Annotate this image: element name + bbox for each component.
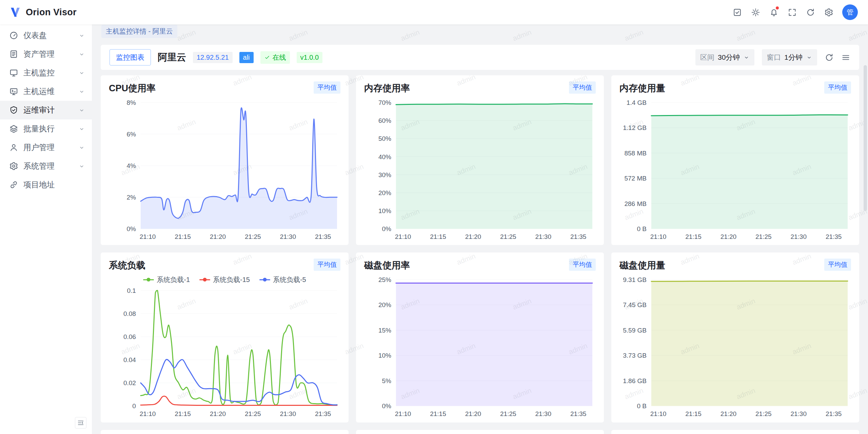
- svg-text:20%: 20%: [378, 302, 391, 309]
- sidebar-item-label: 批量执行: [23, 124, 73, 134]
- host-status-tag: 在线: [260, 51, 290, 64]
- interval-value: 30分钟: [718, 53, 740, 62]
- sidebar-item-8[interactable]: 系统管理: [0, 157, 92, 175]
- gear-icon: [824, 8, 833, 17]
- gauge-icon: [9, 31, 18, 40]
- svg-text:0.08: 0.08: [123, 310, 136, 317]
- sidebar-item-6[interactable]: 批量执行: [0, 119, 92, 138]
- fullscreen-icon: [788, 8, 797, 17]
- svg-text:21:35: 21:35: [826, 411, 842, 418]
- svg-text:1.12 GB: 1.12 GB: [623, 124, 647, 131]
- average-badge[interactable]: 平均值: [314, 259, 340, 271]
- svg-text:3.73 GB: 3.73 GB: [623, 352, 647, 359]
- sidebar-item-label: 用户管理: [23, 142, 73, 153]
- menu-fold-icon: [77, 419, 84, 427]
- svg-text:0 B: 0 B: [637, 225, 646, 232]
- fullscreen-button[interactable]: [785, 5, 800, 20]
- chevron-down-icon: [78, 32, 85, 39]
- gear-button[interactable]: [821, 5, 836, 20]
- check-square-button[interactable]: [730, 5, 745, 20]
- chart-canvas: 0%10%20%30%40%50%60%70%21:1021:1521:2021…: [364, 97, 596, 241]
- chart-title: 内存使用量: [619, 81, 665, 94]
- average-badge[interactable]: 平均值: [824, 81, 851, 94]
- sidebar-item-1[interactable]: 仪表盘: [0, 26, 92, 45]
- asset-icon: [9, 50, 18, 59]
- interval-select[interactable]: 区间 30分钟: [695, 49, 754, 65]
- host-info: 监控图表 阿里云 12.92.5.21 ali 在线 v1.0.0: [110, 49, 695, 65]
- app-logo-icon: [9, 6, 22, 19]
- sidebar-item-label: 系统管理: [23, 161, 73, 171]
- chart-card-6: 磁盘使用量平均值0 B1.86 GB3.73 GB5.59 GB7.45 GB9…: [611, 252, 859, 422]
- notification-dot: [776, 6, 779, 10]
- chart-card-5: 磁盘使用率平均值0%5%10%15%20%25%21:1021:1521:202…: [356, 252, 604, 422]
- sidebar-item-3[interactable]: 主机监控: [0, 63, 92, 82]
- sidebar-item-7[interactable]: 用户管理: [0, 138, 92, 157]
- svg-text:2%: 2%: [126, 194, 136, 201]
- user-avatar[interactable]: 管: [842, 4, 858, 20]
- window-select[interactable]: 窗口 1分钟: [762, 49, 817, 65]
- svg-text:21:25: 21:25: [755, 233, 771, 240]
- svg-text:21:35: 21:35: [315, 411, 331, 418]
- svg-text:21:25: 21:25: [245, 411, 261, 418]
- link-icon: [9, 180, 18, 189]
- svg-text:21:35: 21:35: [570, 411, 586, 418]
- chart-head: CPU使用率平均值: [109, 81, 340, 97]
- bell-button[interactable]: [766, 5, 781, 20]
- chart-layout-icon[interactable]: [841, 53, 850, 62]
- app-logo[interactable]: Orion Visor: [9, 6, 77, 19]
- sidebar-item-9[interactable]: 项目地址: [0, 175, 92, 194]
- svg-text:21:15: 21:15: [175, 233, 191, 240]
- average-badge[interactable]: 平均值: [824, 259, 851, 271]
- host-ip-tag[interactable]: 12.92.5.21: [193, 52, 233, 63]
- svg-text:21:10: 21:10: [140, 233, 156, 240]
- svg-text:30%: 30%: [378, 171, 391, 178]
- average-badge[interactable]: 平均值: [314, 81, 340, 94]
- sidebar-item-4[interactable]: 主机运维: [0, 82, 92, 101]
- chart-body: 0 B286 MB572 MB858 MB1.12 GB1.4 GB21:102…: [619, 97, 851, 241]
- collapse-sidebar-button[interactable]: [75, 417, 86, 429]
- chart-head: 磁盘使用量平均值: [619, 259, 851, 274]
- svg-text:10%: 10%: [378, 352, 391, 359]
- svg-text:0.06: 0.06: [123, 334, 136, 341]
- svg-text:21:10: 21:10: [650, 233, 666, 240]
- sun-button[interactable]: [748, 5, 763, 20]
- svg-text:21:10: 21:10: [395, 411, 411, 418]
- chart-canvas: 0 B1.86 GB3.73 GB5.59 GB7.45 GB9.31 GB21…: [619, 274, 851, 418]
- svg-text:21:30: 21:30: [790, 233, 806, 240]
- monitor-icon: [9, 68, 18, 77]
- svg-text:5%: 5%: [382, 377, 391, 384]
- legend-item[interactable]: 系统负载-1: [143, 275, 190, 284]
- scrollbar-thumb[interactable]: [864, 65, 867, 211]
- monitor-chart-button[interactable]: 监控图表: [110, 49, 151, 65]
- host-name: 阿里云: [158, 51, 186, 64]
- svg-text:21:20: 21:20: [465, 411, 481, 418]
- chart-title: 磁盘使用量: [619, 259, 665, 271]
- chevron-down-icon: [78, 88, 85, 95]
- host-ops-icon: [9, 87, 18, 96]
- sidebar-item-label: 运维审计: [23, 105, 73, 115]
- breadcrumb-row: 主机监控详情 - 阿里云: [92, 24, 868, 38]
- sidebar-item-2[interactable]: 资产管理: [0, 45, 92, 63]
- chart-card-3: 内存使用量平均值0 B286 MB572 MB858 MB1.12 GB1.4 …: [611, 75, 859, 245]
- next-row-card: [356, 430, 604, 434]
- avatar-text: 管: [847, 8, 853, 17]
- charts-grid: CPU使用率平均值0%2%4%6%8%21:1021:1521:2021:252…: [101, 75, 859, 422]
- settings-gear-icon: [9, 162, 18, 171]
- average-badge[interactable]: 平均值: [569, 259, 596, 271]
- next-row-card: [611, 430, 859, 434]
- chevron-down-icon: [78, 51, 85, 58]
- chart-title: 磁盘使用率: [364, 259, 410, 271]
- host-code-tag: ali: [239, 52, 254, 63]
- refresh-charts-icon[interactable]: [825, 53, 834, 62]
- window-label: 窗口: [767, 53, 781, 62]
- average-badge[interactable]: 平均值: [569, 81, 596, 94]
- refresh-button[interactable]: [803, 5, 818, 20]
- svg-text:9.31 GB: 9.31 GB: [623, 276, 647, 283]
- legend-item[interactable]: 系统负载-5: [259, 275, 306, 284]
- svg-text:21:20: 21:20: [210, 411, 226, 418]
- svg-text:21:25: 21:25: [755, 411, 771, 418]
- breadcrumb[interactable]: 主机监控详情 - 阿里云: [101, 25, 177, 38]
- legend-item[interactable]: 系统负载-15: [199, 275, 250, 284]
- svg-text:0%: 0%: [382, 403, 391, 410]
- sidebar-item-5[interactable]: 运维审计: [0, 101, 92, 119]
